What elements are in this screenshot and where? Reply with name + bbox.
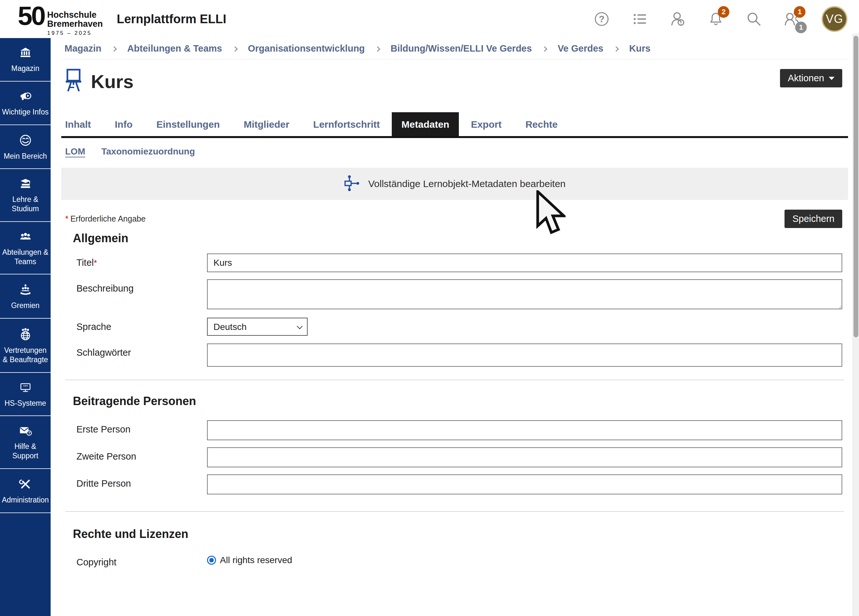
copyright-label: Copyright (77, 553, 207, 568)
dritte-person-label: Dritte Person (77, 474, 207, 494)
scrollbar-thumb[interactable] (854, 36, 858, 337)
sidebar-item-gremien[interactable]: Gremien (0, 274, 51, 319)
monitor-password-icon: *** (19, 381, 32, 395)
chevron-down-icon (829, 77, 834, 80)
main-content: Magazin Abteilungen & Teams Organisation… (51, 38, 853, 616)
section-divider (65, 511, 844, 512)
breadcrumb: Magazin Abteilungen & Teams Organisation… (61, 38, 848, 59)
subtab-bar: LOM Taxonomiezuordnung (61, 145, 848, 158)
tab-mitglieder[interactable]: Mitglieder (232, 112, 301, 136)
titel-input[interactable] (207, 253, 842, 272)
sidebar-item-magazin[interactable]: Magazin (0, 38, 51, 81)
logo-line2: Bremerhaven (47, 19, 103, 28)
chevron-right-icon (614, 46, 619, 52)
tab-metadaten[interactable]: Metadaten (392, 112, 459, 136)
chevron-right-icon (375, 46, 381, 52)
help-icon[interactable]: ? (593, 11, 610, 27)
app-title: Lernplattform ELLI (117, 12, 226, 26)
sidebar-item-label: Wichtige Infos (2, 107, 48, 117)
sidebar-spacer (0, 513, 51, 616)
sidebar-item-vertretungen[interactable]: Vertretungen & Beauftragte (0, 319, 51, 373)
language-select[interactable]: Deutsch (207, 318, 308, 336)
smiley-icon (19, 134, 32, 148)
sidebar-item-label: Magazin (11, 64, 39, 73)
tab-rechte[interactable]: Rechte (513, 112, 569, 136)
breadcrumb-link[interactable]: Kurs (629, 43, 650, 54)
avatar[interactable]: VG (822, 6, 847, 32)
beschreibung-label: Beschreibung (77, 279, 207, 311)
main-sidebar: Magazin Wichtige Infos Mein Bereich Lehr… (0, 38, 51, 616)
breadcrumb-link[interactable]: Abteilungen & Teams (127, 43, 222, 54)
erste-person-input[interactable] (207, 420, 842, 440)
sidebar-item-label: Administration (2, 496, 49, 505)
megaphone-icon (19, 90, 32, 104)
section-divider (65, 380, 844, 380)
actions-button[interactable]: Aktionen (780, 69, 842, 88)
tab-einstellungen[interactable]: Einstellungen (144, 112, 232, 136)
subtab-lom[interactable]: LOM (65, 146, 85, 157)
hand-people-icon (19, 283, 32, 297)
chevron-right-icon (542, 46, 548, 52)
breadcrumb-link[interactable]: Organisationsentwicklung (248, 43, 365, 54)
app-header: 50 Hochschule Bremerhaven 1975 – 2025 Le… (0, 0, 859, 38)
bank-icon (19, 47, 32, 60)
chevron-right-icon (232, 46, 237, 52)
subtab-taxonomiezuordnung[interactable]: Taxonomiezuordnung (101, 146, 195, 157)
tab-export[interactable]: Export (459, 112, 513, 136)
contacts-badge: 1 (794, 6, 806, 18)
sidebar-item-wichtige-infos[interactable]: Wichtige Infos (0, 81, 51, 125)
tab-lernfortschritt[interactable]: Lernfortschritt (301, 112, 392, 136)
sidebar-item-label: Lehre & Studium (2, 195, 49, 214)
edit-full-metadata-banner[interactable]: Vollständige Lernobjekt-Metadaten bearbe… (61, 168, 848, 200)
tab-inhalt[interactable]: Inhalt (64, 112, 103, 136)
copyright-radio[interactable] (207, 556, 216, 565)
sidebar-item-hs-systeme[interactable]: *** HS-Systeme (0, 373, 51, 416)
sidebar-item-hilfe-support[interactable]: ? Hilfe & Support (0, 416, 51, 469)
books-graduation-icon (19, 178, 32, 191)
titel-label: Titel* (77, 253, 207, 272)
globe-people-icon (19, 327, 32, 342)
sidebar-item-label: Gremien (11, 301, 39, 310)
chevron-right-icon (112, 46, 117, 52)
zweite-person-input[interactable] (207, 447, 842, 467)
user-alert-icon[interactable] (669, 11, 686, 27)
university-logo: 50 Hochschule Bremerhaven 1975 – 2025 (18, 3, 103, 36)
sidebar-item-label: HS-Systeme (5, 399, 46, 408)
sidebar-item-label: Mein Bereich (3, 152, 47, 161)
beschreibung-textarea[interactable] (207, 279, 842, 309)
svg-text:?: ? (28, 432, 30, 435)
contacts-badge-secondary: 1 (795, 22, 807, 33)
breadcrumb-link[interactable]: Magazin (64, 43, 101, 54)
sidebar-item-lehre-studium[interactable]: Lehre & Studium (0, 169, 51, 222)
svg-text:***: *** (23, 384, 28, 389)
schlagwoerter-input[interactable] (207, 344, 842, 367)
dritte-person-input[interactable] (207, 474, 842, 494)
sprache-label: Sprache (77, 318, 207, 336)
save-button[interactable]: Speichern (784, 210, 842, 228)
contacts-icon[interactable]: 1 1 (784, 11, 800, 27)
list-icon[interactable] (631, 11, 648, 27)
svg-text:?: ? (599, 14, 604, 24)
logo-50: 50 (18, 3, 44, 28)
zweite-person-label: Zweite Person (77, 447, 207, 467)
sidebar-item-mein-bereich[interactable]: Mein Bereich (0, 125, 51, 169)
schlagwoerter-label: Schlagwörter (77, 344, 207, 367)
section-heading-beitragende: Beitragende Personen (61, 394, 848, 409)
erste-person-label: Erste Person (77, 420, 207, 440)
scrollbar-track[interactable] (853, 34, 859, 616)
tools-icon (19, 478, 32, 492)
breadcrumb-link[interactable]: Ve Gerdes (558, 43, 603, 54)
required-note: *Erforderliche Angabe (65, 214, 146, 224)
sidebar-item-administration[interactable]: Administration (0, 469, 51, 513)
bell-icon[interactable]: 2 (708, 11, 724, 27)
breadcrumb-link[interactable]: Bildung/Wissen/ELLI Ve Gerdes (390, 43, 532, 54)
logo-line1: Hochschule (47, 10, 103, 19)
section-heading-allgemein: Allgemein (61, 231, 848, 246)
people-group-icon (19, 231, 32, 244)
tab-info[interactable]: Info (103, 112, 144, 136)
course-easel-icon (64, 68, 83, 94)
search-icon[interactable] (745, 11, 762, 27)
sidebar-item-abteilungen-teams[interactable]: Abteilungen & Teams (0, 222, 51, 275)
envelope-question-icon: ? (19, 425, 33, 438)
copyright-radio-label: All rights reserved (220, 555, 292, 565)
